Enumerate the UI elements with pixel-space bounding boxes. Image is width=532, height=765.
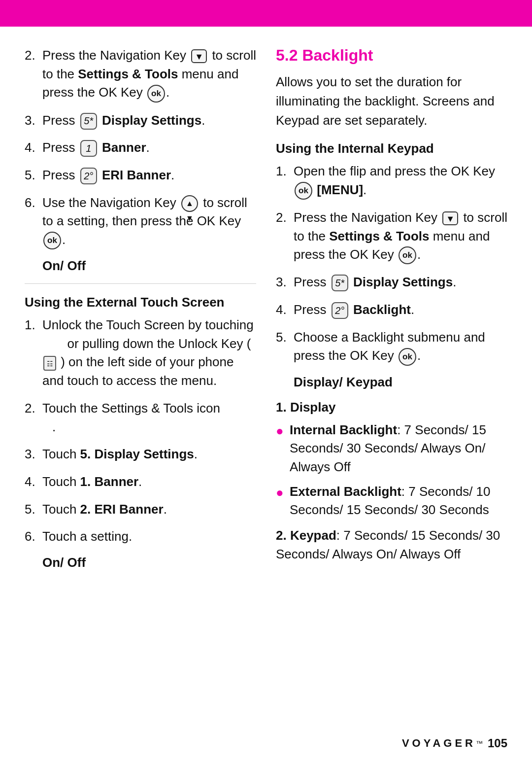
unlock-key-icon: ☷ [43,356,56,371]
step-number-2: 2. [25,46,42,65]
ext-step-5-content: Touch 2. ERI Banner. [42,500,256,519]
nav-circle-icon: ▲▼ [181,195,198,212]
bullet-dot-2: ● [276,483,290,502]
bullet-dot-1: ● [276,421,290,441]
ext-step-1-content: Unlock the Touch Screen by touching or p… [42,316,256,390]
int-step-number-5: 5. [276,328,294,347]
step-number-3: 3. [25,111,42,130]
footer: VOYAGER ™ 105 [0,736,532,750]
ok-key-icon-int5: ok [399,348,416,366]
internal-keypad-title: Using the Internal Keypad [276,141,507,156]
external-touch-title: Using the External Touch Screen [25,295,256,310]
on-off-label-1: On/ Off [42,258,256,274]
step-5: 5. Press 2° ERI Banner. [25,166,256,185]
int-step-3-content: Press 5* Display Settings. [294,273,507,292]
ext-step-number-5: 5. [25,500,42,519]
step-number-5: 5. [25,166,42,185]
int-step-1-content: Open the flip and press the OK Key ok [M… [294,162,507,200]
ext-step-number-6: 6. [25,527,42,546]
int-step-number-4: 4. [276,301,294,319]
left-column: 2. Press the Navigation Key ▼ to scroll … [25,46,256,575]
ext-step-6-content: Touch a setting. [42,527,256,546]
bullet-item-1: ● Internal Backlight: 7 Seconds/ 15 Seco… [276,421,507,477]
divider-1 [25,283,256,284]
ext-step-4: 4. Touch 1. Banner. [25,473,256,491]
ok-key-icon: ok [147,85,165,103]
int-step-4-content: Press 2° Backlight. [294,301,507,319]
ext-step-3-content: Touch 5. Display Settings. [42,445,256,464]
bullet-list: ● Internal Backlight: 7 Seconds/ 15 Seco… [276,421,507,520]
nav-down-icon-2: ▼ [442,211,458,225]
ext-step-2: 2. Touch the Settings & Tools icon . [25,399,256,436]
step-2: 2. Press the Navigation Key ▼ to scroll … [25,46,256,103]
ext-step-number-4: 4. [25,473,42,491]
footer-brand: VOYAGER [402,737,476,750]
int-step-number-1: 1. [276,162,294,181]
badge-5star: 5* [80,113,97,130]
badge-2deg-2: 2° [332,302,348,319]
ext-step-3: 3. Touch 5. Display Settings. [25,445,256,464]
bullet-item-2: ● External Backlight: 7 Seconds/ 10 Seco… [276,483,507,520]
int-step-5-content: Choose a Backlight submenu and press the… [294,328,507,366]
int-step-1: 1. Open the flip and press the OK Key ok… [276,162,507,200]
step-5-content: Press 2° ERI Banner. [42,166,256,185]
badge-5star-2: 5* [332,275,348,291]
footer-tm: ™ [476,739,483,747]
step-3-content: Press 5* Display Settings. [42,111,256,130]
on-off-label-2: On/ Off [42,555,256,570]
int-step-number-2: 2. [276,209,294,227]
step-2-content: Press the Navigation Key ▼ to scroll to … [42,46,256,103]
step-3: 3. Press 5* Display Settings. [25,111,256,130]
ext-step-6: 6. Touch a setting. [25,527,256,546]
badge-1: 1 [80,140,97,157]
step-6: 6. Use the Navigation Key ▲▼ to scroll t… [25,194,256,250]
ext-step-2-content: Touch the Settings & Tools icon . [42,399,256,436]
ok-key-icon-int1: ok [295,182,312,200]
ok-key-icon-int2: ok [399,246,416,264]
right-column: 5.2 Backlight Allows you to set the dura… [276,46,507,575]
section-title: 5.2 Backlight [276,46,507,65]
int-step-5: 5. Choose a Backlight submenu and press … [276,328,507,366]
step-number-6: 6. [25,194,42,212]
step-4-content: Press 1 Banner. [42,139,256,157]
ext-step-5: 5. Touch 2. ERI Banner. [25,500,256,519]
int-step-2: 2. Press the Navigation Key ▼ to scroll … [276,209,507,265]
ok-key-icon-2: ok [43,232,61,249]
bullet-content-1: Internal Backlight: 7 Seconds/ 15 Second… [290,421,507,477]
ext-step-4-content: Touch 1. Banner. [42,473,256,491]
ext-step-number-1: 1. [25,316,42,335]
badge-2deg: 2° [80,168,97,184]
step-6-content: Use the Navigation Key ▲▼ to scroll to a… [42,194,256,250]
ext-step-number-2: 2. [25,399,42,418]
display-keypad-title: Display/ Keypad [294,375,507,390]
bullet-content-2: External Backlight: 7 Seconds/ 10 Second… [290,483,507,520]
int-step-2-content: Press the Navigation Key ▼ to scroll to … [294,209,507,265]
step-4: 4. Press 1 Banner. [25,139,256,157]
int-step-number-3: 3. [276,273,294,292]
keypad-line: 2. Keypad: 7 Seconds/ 15 Seconds/ 30 Sec… [276,526,507,563]
ext-step-1: 1. Unlock the Touch Screen by touching o… [25,316,256,390]
footer-page: 105 [488,736,507,750]
step-number-4: 4. [25,139,42,157]
int-step-3: 3. Press 5* Display Settings. [276,273,507,292]
display-title: 1. Display [276,400,507,415]
nav-down-icon: ▼ [191,49,207,63]
keypad-line-content: 2. Keypad: 7 Seconds/ 15 Seconds/ 30 Sec… [276,526,507,563]
section-description: Allows you to set the duration for illum… [276,72,507,130]
top-bar [0,0,532,27]
int-step-4: 4. Press 2° Backlight. [276,301,507,319]
ext-step-number-3: 3. [25,445,42,464]
